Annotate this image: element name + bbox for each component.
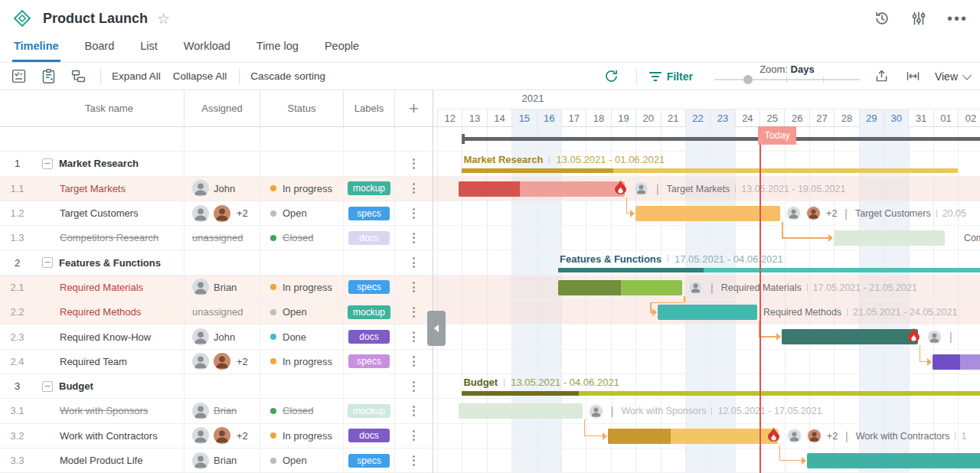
tab-timelog[interactable]: Time log	[255, 37, 300, 62]
row-menu-icon[interactable]	[413, 356, 415, 367]
task-name[interactable]: Required Team	[42, 356, 127, 367]
task-name[interactable]: Competitors Research	[42, 232, 158, 243]
row-menu-icon[interactable]	[413, 257, 415, 268]
tab-people[interactable]: People	[323, 37, 361, 62]
table-row[interactable]: 1.2Target Customers+2Openspecs	[0, 201, 433, 226]
task-bar[interactable]	[608, 429, 778, 444]
row-menu-icon[interactable]	[413, 307, 415, 318]
toolbar-divider	[636, 69, 637, 84]
caption-pipe: |	[844, 207, 848, 220]
checklist-icon[interactable]	[11, 68, 27, 84]
assignee-name: John	[214, 183, 235, 194]
assigned-cell: unassigned	[184, 300, 260, 324]
task-name[interactable]: Target Customers	[42, 207, 139, 219]
settings-sliders-icon[interactable]	[910, 10, 927, 27]
day-header-cell: 12	[437, 109, 462, 127]
status-dot	[270, 309, 276, 315]
collapse-toggle[interactable]: –	[42, 257, 53, 268]
tab-board[interactable]: Board	[83, 37, 116, 62]
row-menu-icon[interactable]	[413, 455, 415, 466]
table-row[interactable]: 2.4Required Team+2In progressspecs	[0, 350, 433, 374]
table-row[interactable]: 2–Features & Functions	[0, 250, 433, 275]
row-menu-icon[interactable]	[413, 183, 415, 194]
zoom-slider-knob[interactable]	[743, 75, 753, 84]
labels-cell: specs	[343, 276, 394, 299]
tab-timeline[interactable]: Timeline	[12, 37, 60, 62]
summary-bar[interactable]	[462, 168, 958, 173]
zoom-slider-track[interactable]	[714, 79, 860, 80]
refresh-icon[interactable]	[603, 68, 619, 84]
row-menu-icon[interactable]	[413, 331, 415, 342]
task-name[interactable]: Required Materials	[42, 282, 143, 293]
table-row[interactable]: 3.3Model Product LifeBrianOpenspecs	[0, 449, 433, 473]
summary-caption: Budget13.05.2021 - 04.06.2021	[463, 377, 619, 388]
favorite-star-icon[interactable]: ☆	[157, 10, 170, 28]
row-menu-icon[interactable]	[413, 233, 415, 243]
table-row[interactable]: 1–Market Research	[0, 152, 433, 176]
task-bar[interactable]	[635, 206, 780, 221]
task-bar[interactable]	[658, 305, 757, 320]
more-menu-icon[interactable]: •••	[947, 15, 968, 22]
table-row[interactable]: 3.2Work with Contractors+2In progressdoc…	[0, 424, 433, 449]
row-menu-icon[interactable]	[413, 282, 415, 292]
caption-separator	[735, 185, 736, 193]
table-row[interactable]: 2.2Required MethodsunassignedOpenmockup	[0, 300, 433, 325]
task-name[interactable]: Work with Sponsors	[42, 405, 148, 416]
filter-button[interactable]: Filter	[649, 70, 693, 83]
row-menu-icon[interactable]	[413, 208, 415, 219]
tab-list[interactable]: List	[139, 37, 159, 62]
hierarchy-icon[interactable]	[70, 68, 87, 84]
task-bar[interactable]	[807, 453, 980, 468]
collapse-all-button[interactable]: Collapse All	[173, 70, 227, 82]
task-bar[interactable]	[459, 181, 625, 197]
task-name[interactable]: Features & Functions	[59, 257, 161, 269]
table-row[interactable]: 3–Budget	[0, 374, 433, 399]
task-bar[interactable]	[933, 354, 980, 370]
collapse-grid-handle[interactable]	[427, 311, 446, 346]
tab-workload[interactable]: Workload	[182, 37, 232, 62]
row-menu-icon[interactable]	[413, 406, 415, 416]
summary-bar[interactable]	[558, 268, 980, 272]
expand-all-button[interactable]: Expand All	[112, 70, 161, 82]
table-row[interactable]: 2.3Required Know-HowJohnDonedocs	[0, 325, 433, 349]
export-icon[interactable]	[874, 68, 890, 84]
task-bar[interactable]	[782, 329, 918, 344]
task-name[interactable]: Required Know-How	[42, 331, 151, 343]
task-name[interactable]: Work with Contractors	[42, 430, 158, 442]
assigned-column-header[interactable]: Assigned	[184, 90, 260, 126]
task-name[interactable]: Required Methods	[42, 306, 141, 318]
task-name[interactable]: Market Research	[59, 158, 139, 169]
summary-bar[interactable]	[462, 391, 980, 396]
fit-to-screen-icon[interactable]	[905, 68, 921, 84]
status-column-header[interactable]: Status	[260, 90, 343, 126]
table-row[interactable]: 3.1Work with SponsorsBrianClosedmockup	[0, 399, 433, 423]
status-cell	[260, 250, 343, 274]
task-name[interactable]: Target Markets	[42, 183, 126, 194]
wbs-number: 2.3	[0, 325, 34, 348]
row-menu-icon[interactable]	[413, 381, 415, 392]
task-bar[interactable]	[834, 230, 945, 246]
collapse-toggle[interactable]: –	[42, 158, 53, 169]
task-bar[interactable]	[558, 280, 682, 295]
collapse-toggle[interactable]: –	[42, 381, 53, 392]
critical-path-icon[interactable]	[41, 68, 57, 84]
task-name-column-header[interactable]: Task name	[34, 90, 184, 126]
wbs-number: 1	[0, 152, 34, 175]
caption-pipe: |	[845, 430, 848, 442]
status-cell: Open	[260, 201, 343, 225]
labels-column-header[interactable]: Labels	[343, 90, 394, 126]
add-column-button[interactable]: +	[394, 90, 433, 126]
caption-task-name: Required Materials	[721, 282, 802, 293]
row-menu-icon[interactable]	[413, 430, 415, 441]
task-bar[interactable]	[459, 403, 583, 419]
table-row[interactable]: 1.3Competitors ResearchunassignedClosedd…	[0, 226, 433, 250]
task-name[interactable]: Budget	[59, 380, 93, 392]
task-name[interactable]: Model Product Life	[42, 455, 142, 466]
history-icon[interactable]	[874, 10, 890, 27]
row-menu-icon[interactable]	[413, 158, 415, 169]
cascade-sorting-button[interactable]: Cascade sorting	[250, 70, 325, 82]
table-row[interactable]: 1.1Target MarketsJohnIn progressmockup	[0, 177, 433, 201]
year-label: 2021	[510, 93, 556, 104]
table-row[interactable]: 2.1Required MaterialsBrianIn progressspe…	[0, 276, 433, 300]
view-dropdown[interactable]: View	[935, 70, 969, 83]
